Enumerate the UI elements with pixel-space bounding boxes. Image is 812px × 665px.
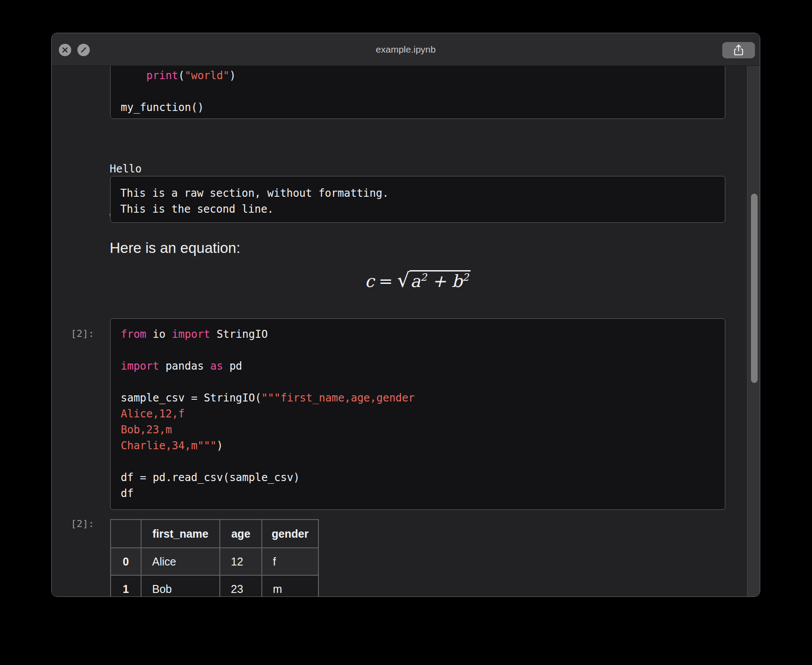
code-cell-2: from io import StringIO import pandas as… [110,318,725,510]
markdown-paragraph: Here is an equation: [110,239,240,257]
code-line-blank [121,454,415,470]
code-line-blank [121,374,415,390]
radical-sign: √ [397,269,410,291]
keyword-token: from [121,328,146,340]
raw-line: This is the second line. [120,201,389,217]
table-row: 0 Alice 12 f [111,548,318,575]
string-line: Alice,12,f [121,406,415,422]
string-token: Charlie,34,m""" [121,440,217,452]
table-header-first-name: first_name [141,520,220,548]
table-row: 1 Bob 23 m [111,575,318,597]
table-header-age: age [220,520,262,548]
share-button[interactable] [722,42,755,58]
code-line: import pandas as pd [121,358,415,374]
code-line: from io import StringIO [121,326,415,342]
table-header-index [111,520,141,548]
cell-age: 12 [220,548,262,575]
keyword-token: import [172,328,211,340]
keyword-token: as [210,360,223,372]
code-line: df = pd.read_csv(sample_csv) [121,470,415,485]
scrollbar-thumb[interactable] [751,194,758,383]
string-token: """first_name,age,gender [261,392,415,404]
window-title: example.ipynb [52,33,760,66]
string-token: "world" [185,69,230,82]
code-line: print("world") [121,68,236,84]
desktop-background: { "window": { "title": "example.ipynb" }… [0,0,812,665]
code-cell-1-source: print("world") my_function() [121,68,236,115]
cell-gender: m [262,575,318,597]
keyword-token: print [146,69,178,82]
code-line-blank [121,84,236,99]
raw-line: This is a raw section, without formattin… [120,185,389,201]
table-header-row: first_name age gender [111,520,318,548]
cell-first-name: Bob [141,575,220,597]
latex-equation: c=√a2 + b2 [365,269,471,291]
table-header-gender: gender [262,520,318,548]
equation-row: c=√a2 + b2 [110,268,725,291]
code-cell-2-source: from io import StringIO import pandas as… [121,326,415,501]
titlebar[interactable]: example.ipynb [52,33,760,66]
code-line: Charlie,34,m""") [121,438,415,454]
notebook-scroll-area: print("world") my_function() Hello world… [52,66,760,597]
share-icon [732,44,745,57]
input-prompt: [2]: [52,329,94,339]
output-prompt: [2]: [52,519,94,529]
code-line-blank [121,342,415,358]
code-line: sample_csv = StringIO("""first_name,age,… [121,390,415,406]
string-line: Bob,23,m [121,422,415,438]
raw-cell-text: This is a raw section, without formattin… [120,185,389,217]
row-index: 1 [111,575,141,597]
keyword-token: import [121,360,159,372]
raw-cell: This is a raw section, without formattin… [110,176,725,223]
cell-age: 23 [220,575,262,597]
code-line: my_function() [121,99,236,115]
row-index: 0 [111,548,141,575]
dataframe-table: first_name age gender 0 Alice 12 f 1 Bob… [110,519,319,597]
notebook-viewer-window: example.ipynb print("world") my_function… [51,33,760,597]
code-cell-1: print("world") my_function() [110,66,725,119]
cell-gender: f [262,548,318,575]
radicand: a2 + b2 [410,270,471,291]
cell-first-name: Alice [141,548,220,575]
code-line: df [121,485,415,501]
output-line: Hello [110,161,148,177]
